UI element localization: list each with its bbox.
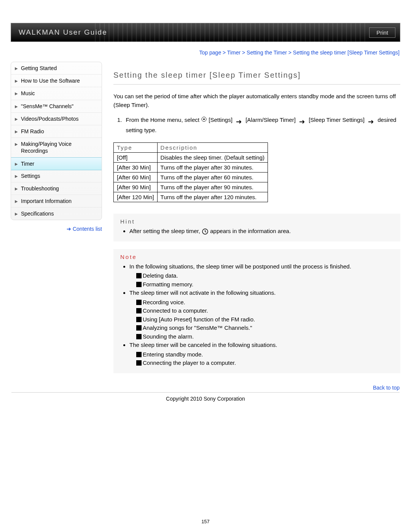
chevron-right-icon: ▶: [15, 174, 18, 179]
header-decoration: [95, 23, 366, 42]
intro-text: You can set the period of time after whi…: [113, 92, 400, 109]
table-cell: Turns off the player after 120 minutes.: [157, 192, 268, 202]
table-cell: [After 60 Min]: [114, 173, 158, 182]
step-text: [Alarm/Sleep Timer]: [245, 117, 297, 123]
hint-box: Hint After setting the sleep timer, appe…: [113, 214, 400, 241]
svg-point-1: [203, 118, 205, 120]
table-header-row: Type Description: [114, 143, 268, 153]
sidebar-item-label: Videos/Podcasts/Photos: [21, 115, 79, 122]
sidebar-item-specifications[interactable]: ▶Specifications: [11, 208, 102, 220]
copyright-text: Copyright 2010 Sony Corporation: [0, 396, 411, 402]
note-subitem: Connecting the player to a computer.: [136, 359, 393, 367]
sidebar-item-settings[interactable]: ▶Settings: [11, 170, 102, 182]
note-subitem: Sounding the alarm.: [136, 332, 393, 341]
sidebar-item-videos[interactable]: ▶Videos/Podcasts/Photos: [11, 113, 102, 125]
sidebar-item-getting-started[interactable]: ▶Getting Started: [11, 62, 102, 75]
table-cell: Turns off the player after 30 minutes.: [157, 163, 268, 173]
sidebar-item-label: Settings: [21, 173, 40, 179]
sidebar-item-software[interactable]: ▶How to Use the Software: [11, 75, 102, 87]
chevron-right-icon: ▶: [15, 91, 18, 96]
note-item: The sleep timer will be canceled in the …: [129, 341, 393, 367]
chevron-right-icon: ▶: [15, 199, 18, 204]
table-cell: [After 30 Min]: [114, 163, 158, 173]
table-row: [After 60 Min]Turns off the player after…: [114, 173, 268, 182]
page-number: 157: [0, 519, 411, 524]
arrow-right-icon: [299, 118, 306, 123]
note-sublist: Entering standby mode. Connecting the pl…: [129, 350, 393, 367]
step-text: [Sleep Timer Settings]: [309, 117, 366, 123]
table-cell: Turns off the player after 60 minutes.: [157, 173, 268, 182]
chevron-right-icon: ▶: [15, 186, 18, 191]
chevron-right-icon: ▶: [15, 161, 18, 166]
table-cell: [Off]: [114, 153, 158, 163]
sidebar-item-voice[interactable]: ▶Making/Playing Voice Recordings: [11, 138, 102, 157]
table-row: [After 90 Min]Turns off the player after…: [114, 182, 268, 192]
sidebar-item-label: Specifications: [21, 210, 54, 217]
arrow-right-icon: [368, 118, 374, 123]
step-1: 1. From the Home menu, select [Settings]…: [113, 115, 400, 135]
arrow-right-icon: ➔: [67, 226, 71, 232]
sidebar-item-music[interactable]: ▶Music: [11, 87, 102, 100]
chevron-right-icon: ▶: [15, 117, 18, 121]
step-content: From the Home menu, select [Settings] [A…: [126, 115, 400, 135]
note-subitem: Deleting data.: [136, 272, 393, 280]
table-header-type: Type: [114, 143, 158, 153]
step-text: From the Home menu, select: [126, 117, 201, 123]
note-subitem: Formatting memory.: [136, 280, 393, 289]
chevron-right-icon: ▶: [15, 78, 18, 83]
sidebar-item-label: Timer: [21, 160, 34, 167]
hint-item: After setting the sleep timer, appears i…: [129, 227, 393, 236]
contents-list-link[interactable]: ➔Contents list: [11, 226, 102, 232]
arrow-right-icon: [236, 118, 242, 123]
table-row: [After 30 Min]Turns off the player after…: [114, 163, 268, 173]
sidebar-item-label: Troubleshooting: [21, 185, 59, 192]
note-list: In the following situations, the sleep t…: [120, 262, 393, 367]
print-button[interactable]: Print: [369, 27, 395, 38]
hint-title: Hint: [120, 218, 393, 225]
back-to-top-label: Back to top: [373, 385, 400, 391]
sidebar-item-label: Music: [21, 90, 35, 97]
chevron-right-icon: ▶: [15, 142, 18, 147]
header-bar: WALKMAN User Guide Print: [11, 23, 400, 42]
step-text: [Settings]: [209, 117, 234, 123]
breadcrumb-text[interactable]: Top page > Timer > Setting the Timer > S…: [199, 50, 400, 56]
table-row: [Off]Disables the sleep timer. (Default …: [114, 153, 268, 163]
sidebar-item-label: Getting Started: [21, 65, 57, 72]
contents-list-label: Contents list: [73, 226, 102, 232]
note-subitem: Analyzing songs for "SensMe™ Channels.": [136, 324, 393, 332]
table-cell: [After 120 Min]: [114, 192, 158, 202]
note-text: In the following situations, the sleep t…: [129, 263, 351, 270]
note-sublist: Recording voice. Connected to a computer…: [129, 298, 393, 341]
sidebar-item-label: Important Information: [21, 198, 72, 204]
options-table: Type Description [Off]Disables the sleep…: [113, 142, 268, 202]
sidebar-nav: ▶Getting Started ▶How to Use the Softwar…: [11, 62, 102, 220]
note-item: The sleep timer will not activate in the…: [129, 289, 393, 341]
note-subitem: Connected to a computer.: [136, 307, 393, 315]
sidebar-item-sensme[interactable]: ▶"SensMe™ Channels": [11, 100, 102, 113]
note-item: In the following situations, the sleep t…: [129, 262, 393, 289]
chevron-right-icon: ▶: [15, 211, 18, 216]
hint-text: appears in the information area.: [210, 228, 291, 234]
sidebar-item-label: Making/Playing Voice Recordings: [21, 141, 98, 154]
table-cell: Turns off the player after 90 minutes.: [157, 182, 268, 192]
sidebar-item-fm-radio[interactable]: ▶FM Radio: [11, 125, 102, 138]
sidebar: ▶Getting Started ▶How to Use the Softwar…: [11, 59, 102, 381]
sidebar-item-troubleshooting[interactable]: ▶Troubleshooting: [11, 182, 102, 195]
sidebar-item-important[interactable]: ▶Important Information: [11, 195, 102, 208]
header-title: WALKMAN User Guide: [11, 28, 107, 37]
table-row: [After 120 Min]Turns off the player afte…: [114, 192, 268, 202]
note-text: The sleep timer will be canceled in the …: [129, 342, 277, 348]
table-cell: [After 90 Min]: [114, 182, 158, 192]
note-subitem: Recording voice.: [136, 298, 393, 307]
breadcrumb[interactable]: Top page > Timer > Setting the Timer > S…: [11, 50, 400, 56]
chevron-right-icon: ▶: [15, 129, 18, 134]
note-box: Note In the following situations, the sl…: [113, 249, 400, 373]
chevron-right-icon: ▶: [15, 66, 18, 71]
sidebar-item-timer[interactable]: ▶Timer: [11, 157, 102, 170]
sidebar-item-label: How to Use the Software: [21, 77, 80, 84]
main-content: Setting the sleep timer [Sleep Timer Set…: [113, 59, 400, 381]
back-to-top-link[interactable]: Back to top: [11, 385, 400, 393]
gear-icon: [201, 115, 207, 125]
hint-list: After setting the sleep timer, appears i…: [120, 227, 393, 236]
note-text: The sleep timer will not activate in the…: [129, 289, 276, 296]
